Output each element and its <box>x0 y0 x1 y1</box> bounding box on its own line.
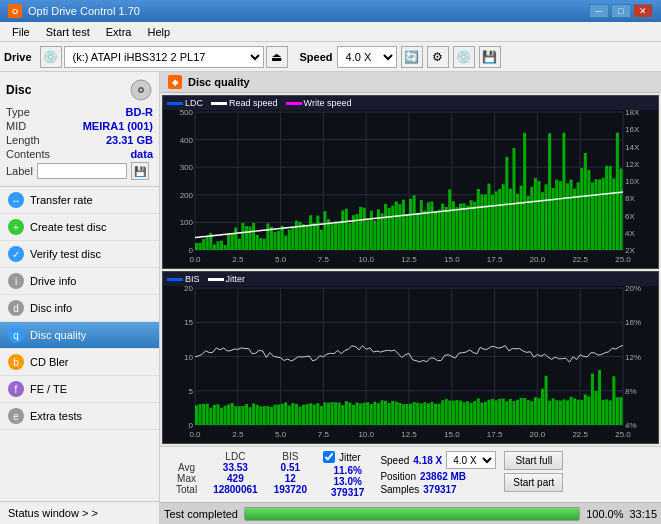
speed-dropdown[interactable]: 4.0 X <box>337 46 397 68</box>
media-button[interactable]: 💿 <box>453 46 475 68</box>
cd-bler-label: CD Bler <box>30 356 69 368</box>
chart1-canvas <box>163 110 658 268</box>
menu-extra[interactable]: Extra <box>98 24 140 40</box>
drive-icon-btn[interactable]: 💿 <box>40 46 62 68</box>
minimize-button[interactable]: ─ <box>589 4 609 18</box>
close-button[interactable]: ✕ <box>633 4 653 18</box>
speed-position-section: Speed 4.18 X 4.0 X Position 23862 MB Sam… <box>380 451 496 495</box>
samples-val: 379317 <box>423 484 456 495</box>
create-test-disc-icon: + <box>8 219 24 235</box>
bis-color <box>167 278 183 281</box>
length-value: 23.31 GB <box>106 134 153 146</box>
drive-select-group: 💿 (k:) ATAPI iHBS312 2 PL17 ⏏ <box>40 46 288 68</box>
jitter-checkbox[interactable] <box>323 451 335 463</box>
progress-percent: 100.0% <box>586 508 623 520</box>
jitter-speed-section: Jitter 11.6% 13.0% 379317 <box>323 451 372 498</box>
refresh-button[interactable]: 🔄 <box>401 46 423 68</box>
disc-quality-title: Disc quality <box>188 76 250 88</box>
jitter-samples-val: 379317 <box>323 487 372 498</box>
label-label: Label <box>6 165 33 177</box>
label-input[interactable] <box>37 163 127 179</box>
progress-bar-container: Test completed 100.0% 33:15 <box>160 502 661 524</box>
chart2-canvas <box>163 286 658 443</box>
menu-help[interactable]: Help <box>139 24 178 40</box>
sidebar-item-fe-te[interactable]: f FE / TE <box>0 376 159 403</box>
disc-panel-header: Disc <box>6 78 153 102</box>
charts-area: LDC Read speed Write speed <box>160 93 661 446</box>
jitter-section: Jitter <box>323 451 372 463</box>
disc-label-row: Label 💾 <box>6 162 153 180</box>
write-speed-color <box>286 102 302 105</box>
extra-tests-icon: e <box>8 408 24 424</box>
drive-info-label: Drive info <box>30 275 76 287</box>
sidebar-item-drive-info[interactable]: i Drive info <box>0 268 159 295</box>
contents-value: data <box>130 148 153 160</box>
title-bar: O Opti Drive Control 1.70 ─ □ ✕ <box>0 0 661 22</box>
max-ldc: 429 <box>205 473 266 484</box>
menu-file[interactable]: File <box>4 24 38 40</box>
start-buttons: Start full Start part <box>504 451 563 492</box>
max-bis: 12 <box>266 473 315 484</box>
status-window-button[interactable]: Status window > > <box>0 502 159 524</box>
sidebar-item-extra-tests[interactable]: e Extra tests <box>0 403 159 430</box>
speed-row: Speed 4.18 X 4.0 X <box>380 451 496 469</box>
title-bar-left: O Opti Drive Control 1.70 <box>8 4 140 18</box>
mid-value: MEIRA1 (001) <box>83 120 153 132</box>
sidebar-item-create-test-disc[interactable]: + Create test disc <box>0 214 159 241</box>
jitter-color <box>208 278 224 281</box>
jitter-avg-val: 11.6% <box>323 465 372 476</box>
speed-select-stat[interactable]: 4.0 X <box>446 451 496 469</box>
legend-ldc: LDC <box>167 98 203 108</box>
total-bis: 193720 <box>266 484 315 495</box>
transfer-rate-label: Transfer rate <box>30 194 93 206</box>
eject-button[interactable]: ⏏ <box>266 46 288 68</box>
disc-info-icon: d <box>8 300 24 316</box>
disc-type-row: Type BD-R <box>6 106 153 118</box>
bis-label: BIS <box>185 274 200 284</box>
disc-panel-title: Disc <box>6 83 31 97</box>
stats-avg-row: Avg 33.53 0.51 <box>168 462 315 473</box>
ldc-color <box>167 102 183 105</box>
disc-panel: Disc Type BD-R MID MEIRA1 (001) Length 2… <box>0 72 159 187</box>
progress-time: 33:15 <box>629 508 657 520</box>
status-window-label: Status window > > <box>8 507 98 519</box>
maximize-button[interactable]: □ <box>611 4 631 18</box>
drive-dropdown[interactable]: (k:) ATAPI iHBS312 2 PL17 <box>64 46 264 68</box>
contents-label: Contents <box>6 148 50 160</box>
sidebar-item-transfer-rate[interactable]: ↔ Transfer rate <box>0 187 159 214</box>
write-speed-label: Write speed <box>304 98 352 108</box>
drive-info-icon: i <box>8 273 24 289</box>
sidebar: Disc Type BD-R MID MEIRA1 (001) Length 2… <box>0 72 160 524</box>
config-button[interactable]: ⚙ <box>427 46 449 68</box>
transfer-rate-icon: ↔ <box>8 192 24 208</box>
samples-row: Samples 379317 <box>380 484 496 495</box>
disc-length-row: Length 23.31 GB <box>6 134 153 146</box>
disc-quality-header: ◆ Disc quality <box>160 72 661 93</box>
label-save-button[interactable]: 💾 <box>131 162 149 180</box>
dq-header-icon: ◆ <box>168 75 182 89</box>
menu-start-test[interactable]: Start test <box>38 24 98 40</box>
create-test-disc-label: Create test disc <box>30 221 106 233</box>
legend-jitter: Jitter <box>208 274 246 284</box>
save-button[interactable]: 💾 <box>479 46 501 68</box>
cd-bler-icon: b <box>8 354 24 370</box>
stats-panel: LDC BIS Avg 33.53 0.51 Max 429 12 <box>160 446 661 502</box>
avg-label: Avg <box>168 462 205 473</box>
length-label: Length <box>6 134 40 146</box>
start-full-button[interactable]: Start full <box>504 451 563 470</box>
position-label: Position <box>380 471 416 482</box>
type-label: Type <box>6 106 30 118</box>
start-part-button[interactable]: Start part <box>504 473 563 492</box>
jitter-max-row: 13.0% <box>323 476 372 487</box>
main-content: Disc Type BD-R MID MEIRA1 (001) Length 2… <box>0 72 661 524</box>
sidebar-item-cd-bler[interactable]: b CD Bler <box>0 349 159 376</box>
jitter-total-row: 379317 <box>323 487 372 498</box>
legend-bis: BIS <box>167 274 200 284</box>
avg-bis: 0.51 <box>266 462 315 473</box>
avg-ldc: 33.53 <box>205 462 266 473</box>
sidebar-item-verify-test-disc[interactable]: ✓ Verify test disc <box>0 241 159 268</box>
extra-tests-label: Extra tests <box>30 410 82 422</box>
sidebar-item-disc-quality[interactable]: q Disc quality <box>0 322 159 349</box>
jitter-max-val: 13.0% <box>323 476 372 487</box>
sidebar-item-disc-info[interactable]: d Disc info <box>0 295 159 322</box>
